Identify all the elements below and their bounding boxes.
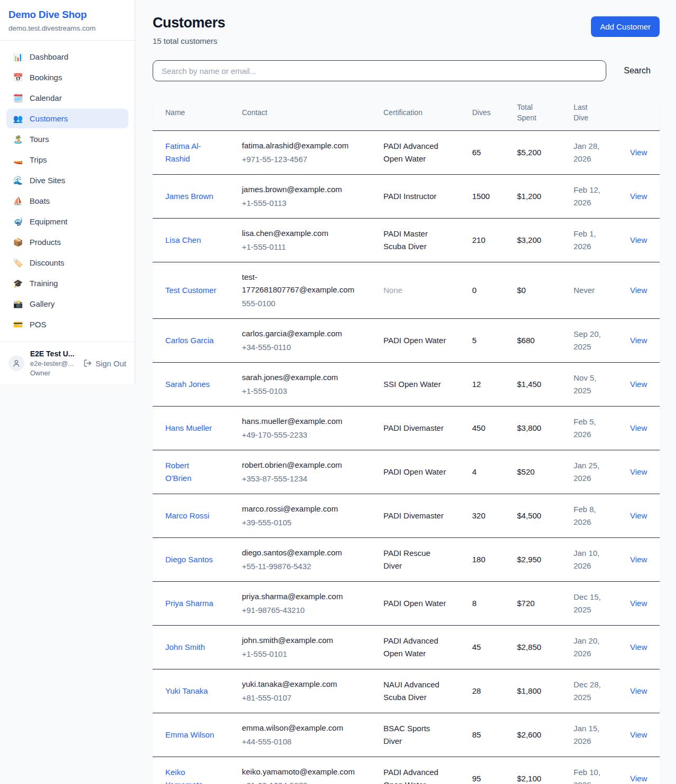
cell-actions: View xyxy=(630,581,660,625)
customer-name-link[interactable]: Diego Santos xyxy=(165,555,213,564)
view-link[interactable]: View xyxy=(630,286,647,295)
page-title: Customers xyxy=(153,15,225,31)
customer-name-link[interactable]: James Brown xyxy=(165,192,213,201)
view-link[interactable]: View xyxy=(630,423,647,432)
customer-certification: SSI Open Water xyxy=(383,380,441,389)
sidebar-item-label: Gallery xyxy=(30,299,55,308)
customer-last-dive: Jan 28, 2026 xyxy=(574,141,599,163)
search-input[interactable] xyxy=(153,60,606,81)
customer-name-link[interactable]: Robert O'Brien xyxy=(165,461,192,483)
view-link[interactable]: View xyxy=(630,148,647,157)
customer-name-link[interactable]: John Smith xyxy=(165,643,205,651)
customer-dives: 4 xyxy=(472,467,476,476)
view-link[interactable]: View xyxy=(630,235,647,244)
view-link[interactable]: View xyxy=(630,380,647,389)
customer-name-link[interactable]: Test Customer xyxy=(165,286,217,295)
cell-total-spent: $680 xyxy=(517,318,574,362)
cell-total-spent: $0 xyxy=(517,262,574,318)
cell-contact: yuki.tanaka@example.com+81-555-0107 xyxy=(242,669,383,713)
sidebar-item-dashboard[interactable]: 📊Dashboard xyxy=(6,47,128,67)
view-link[interactable]: View xyxy=(630,192,647,201)
view-link[interactable]: View xyxy=(630,686,647,695)
products-icon: 📦 xyxy=(13,238,23,246)
sidebar-item-boats[interactable]: ⛵Boats xyxy=(6,191,128,211)
sidebar-item-pos[interactable]: 💳POS xyxy=(6,315,128,334)
table-row: Carlos Garciacarlos.garcia@example.com+3… xyxy=(153,318,660,362)
customer-name-link[interactable]: Carlos Garcia xyxy=(165,336,214,345)
sidebar-item-bookings[interactable]: 📅Bookings xyxy=(6,68,128,87)
sidebar: Demo Dive Shop demo.test.divestreams.com… xyxy=(0,0,135,384)
customer-name-link[interactable]: Keiko Yamamoto xyxy=(165,768,203,784)
customer-name-link[interactable]: Fatima Al-Rashid xyxy=(165,141,201,163)
cell-last-dive: Feb 12, 2026 xyxy=(574,174,630,218)
sidebar-item-trips[interactable]: 🚤Trips xyxy=(6,150,128,169)
customer-certification: PADI Divemaster xyxy=(383,423,444,432)
cell-certification: SSI Open Water xyxy=(383,362,472,406)
customer-certification: PADI Open Water xyxy=(383,599,446,608)
customer-name-link[interactable]: Sarah Jones xyxy=(165,380,210,389)
sidebar-item-discounts[interactable]: 🏷️Discounts xyxy=(6,253,128,272)
cell-total-spent: $520 xyxy=(517,450,574,494)
view-link[interactable]: View xyxy=(630,555,647,564)
customer-name-link[interactable]: Hans Mueller xyxy=(165,423,212,432)
cell-actions: View xyxy=(630,262,660,318)
sidebar-item-tours[interactable]: 🏝️Tours xyxy=(6,129,128,149)
page-subtitle: 15 total customers xyxy=(153,36,225,45)
cell-contact: james.brown@example.com+1-555-0113 xyxy=(242,174,383,218)
cell-last-dive: Jan 28, 2026 xyxy=(574,130,630,174)
table-row: Hans Muellerhans.mueller@example.com+49-… xyxy=(153,406,660,450)
cell-name: Diego Santos xyxy=(153,537,242,581)
cell-last-dive: Jan 20, 2026 xyxy=(574,625,630,669)
customer-name-link[interactable]: Marco Rossi xyxy=(165,511,209,520)
customer-email: diego.santos@example.com xyxy=(242,546,359,559)
sidebar-item-products[interactable]: 📦Products xyxy=(6,232,128,252)
cell-total-spent: $1,200 xyxy=(517,174,574,218)
customer-total-spent: $2,100 xyxy=(517,774,541,783)
page-header: Customers 15 total customers Add Custome… xyxy=(153,15,660,45)
cell-total-spent: $720 xyxy=(517,581,574,625)
sidebar-item-training[interactable]: 🎓Training xyxy=(6,273,128,293)
customer-name-link[interactable]: Lisa Chen xyxy=(165,235,201,244)
cell-dives: 1500 xyxy=(472,174,517,218)
search-button[interactable]: Search xyxy=(606,66,660,75)
user-meta: E2E Test U... e2e-tester@... Owner xyxy=(30,350,78,377)
sidebar-item-equipment[interactable]: 🤿Equipment xyxy=(6,212,128,231)
customer-total-spent: $3,800 xyxy=(517,423,541,432)
view-link[interactable]: View xyxy=(630,511,647,520)
sidebar-item-label: Customers xyxy=(30,114,68,123)
customer-dives: 1500 xyxy=(472,192,490,201)
customer-certification: PADI Advanced Open Water xyxy=(383,768,438,784)
view-link[interactable]: View xyxy=(630,467,647,476)
customer-name-link[interactable]: Priya Sharma xyxy=(165,599,213,608)
customer-certification: NAUI Advanced Scuba Diver xyxy=(383,680,439,702)
view-link[interactable]: View xyxy=(630,599,647,608)
column-header-name: Name xyxy=(153,95,242,130)
sidebar-item-dive-sites[interactable]: 🌊Dive Sites xyxy=(6,171,128,190)
column-header-actions xyxy=(630,95,660,130)
view-link[interactable]: View xyxy=(630,730,647,739)
table-row: Keiko Yamamotokeiko.yamamoto@example.com… xyxy=(153,757,660,784)
cell-dives: 5 xyxy=(472,318,517,362)
add-customer-button[interactable]: Add Customer xyxy=(591,16,660,37)
customer-last-dive: Jan 15, 2026 xyxy=(574,724,599,745)
training-icon: 🎓 xyxy=(13,279,23,287)
customer-name-link[interactable]: Emma Wilson xyxy=(165,730,214,739)
sidebar-nav: 📊Dashboard📅Bookings🗓️Calendar👥Customers🏝… xyxy=(0,41,135,342)
sign-out-button[interactable]: Sign Out xyxy=(83,359,126,368)
view-link[interactable]: View xyxy=(630,774,647,783)
customer-phone: +39-555-0105 xyxy=(242,516,359,529)
view-link[interactable]: View xyxy=(630,336,647,345)
sidebar-item-calendar[interactable]: 🗓️Calendar xyxy=(6,88,128,108)
sidebar-item-customers[interactable]: 👥Customers xyxy=(6,109,128,128)
cell-contact: carlos.garcia@example.com+34-555-0110 xyxy=(242,318,383,362)
customer-certification: PADI Instructor xyxy=(383,192,437,201)
cell-actions: View xyxy=(630,669,660,713)
sidebar-item-label: Equipment xyxy=(30,217,68,226)
sidebar-item-gallery[interactable]: 📸Gallery xyxy=(6,294,128,314)
customer-name-link[interactable]: Yuki Tanaka xyxy=(165,686,208,695)
table-row: Test Customertest-1772681807767@example.… xyxy=(153,262,660,318)
customer-last-dive: Dec 28, 2025 xyxy=(574,680,601,702)
cell-dives: 85 xyxy=(472,713,517,757)
view-link[interactable]: View xyxy=(630,643,647,651)
cell-certification: None xyxy=(383,262,472,318)
